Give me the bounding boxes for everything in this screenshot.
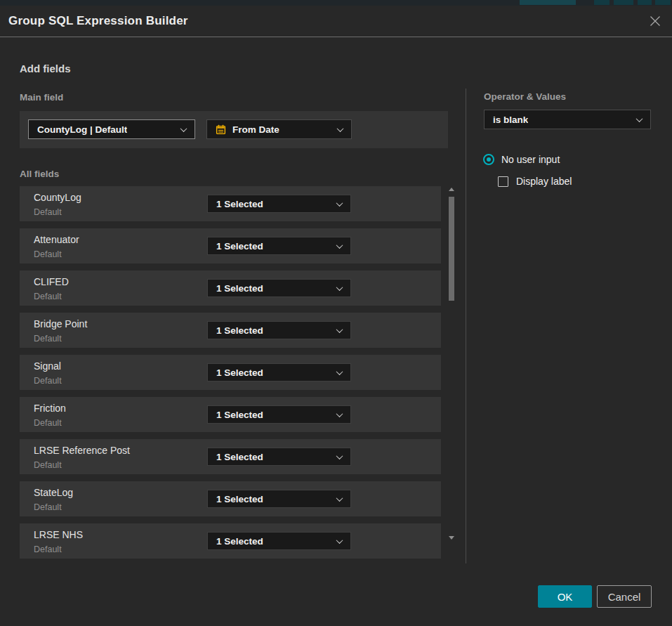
background-fragment bbox=[655, 0, 671, 5]
field-row: CLIFED Default 1 Selected bbox=[20, 270, 441, 306]
dropdown-value: From Date bbox=[232, 124, 279, 135]
scrollbar-down-arrow-icon[interactable] bbox=[449, 536, 454, 540]
ok-button[interactable]: OK bbox=[538, 585, 592, 608]
field-values-dropdown[interactable]: 1 Selected bbox=[207, 532, 351, 550]
dropdown-value: 1 Selected bbox=[216, 452, 263, 462]
field-values-dropdown[interactable]: 1 Selected bbox=[207, 195, 351, 213]
dropdown-value: 1 Selected bbox=[216, 536, 263, 547]
field-row: Friction Default 1 Selected bbox=[20, 397, 441, 432]
chevron-down-icon bbox=[336, 368, 343, 375]
no-user-input-label: No user input bbox=[501, 154, 560, 165]
background-fragment bbox=[614, 0, 633, 5]
chevron-down-icon bbox=[180, 125, 187, 132]
background-fragment bbox=[594, 0, 610, 5]
fields-list-scrollbar[interactable] bbox=[448, 186, 456, 541]
dialog-title: Group SQL Expression Builder bbox=[8, 14, 188, 28]
dropdown-value: 1 Selected bbox=[216, 325, 263, 336]
all-fields-label: All fields bbox=[20, 169, 59, 179]
calendar-date-icon bbox=[216, 124, 226, 135]
dropdown-value: 1 Selected bbox=[216, 367, 263, 378]
chevron-down-icon bbox=[336, 495, 343, 502]
field-values-dropdown[interactable]: 1 Selected bbox=[207, 405, 351, 424]
display-label-label: Display label bbox=[516, 176, 572, 187]
dropdown-value: 1 Selected bbox=[216, 283, 263, 294]
field-values-dropdown[interactable]: 1 Selected bbox=[207, 448, 351, 466]
scrollbar-thumb[interactable] bbox=[449, 197, 454, 301]
main-field-label: Main field bbox=[20, 92, 63, 103]
close-icon bbox=[648, 14, 662, 28]
dialog-titlebar: Group SQL Expression Builder bbox=[0, 6, 672, 37]
field-row: LRSE NHS Default 1 Selected bbox=[20, 523, 441, 559]
field-row: CountyLog Default 1 Selected bbox=[20, 186, 441, 221]
field-values-dropdown[interactable]: 1 Selected bbox=[207, 363, 351, 382]
field-values-dropdown[interactable]: 1 Selected bbox=[207, 490, 351, 508]
display-label-checkbox-row[interactable]: Display label bbox=[498, 176, 572, 187]
radio-button-icon[interactable] bbox=[483, 154, 494, 165]
dropdown-value: 1 Selected bbox=[216, 241, 263, 252]
dropdown-value: 1 Selected bbox=[216, 410, 263, 420]
checkbox-icon[interactable] bbox=[498, 176, 508, 187]
chevron-down-icon bbox=[336, 242, 343, 249]
cancel-button[interactable]: Cancel bbox=[597, 585, 652, 608]
dropdown-value: is blank bbox=[493, 115, 528, 125]
main-field-field-dropdown[interactable]: From Date bbox=[206, 119, 352, 139]
all-fields-list: CountyLog Default 1 Selected Attenuator … bbox=[20, 186, 441, 559]
background-fragment bbox=[638, 0, 652, 5]
operator-dropdown[interactable]: is blank bbox=[484, 110, 651, 129]
field-row: Attenuator Default 1 Selected bbox=[20, 228, 441, 263]
field-values-dropdown[interactable]: 1 Selected bbox=[207, 237, 351, 255]
chevron-down-icon bbox=[336, 452, 343, 459]
dropdown-value: 1 Selected bbox=[216, 494, 263, 504]
main-field-panel: CountyLog | Default From Date bbox=[20, 111, 448, 148]
group-sql-expression-builder-dialog: Group SQL Expression Builder Add fields … bbox=[0, 6, 672, 626]
background-fragment bbox=[520, 0, 576, 5]
chevron-down-icon bbox=[336, 410, 343, 417]
background-app-strip bbox=[0, 0, 672, 6]
dropdown-value: CountyLog | Default bbox=[37, 124, 127, 135]
field-row: StateLog Default 1 Selected bbox=[20, 481, 441, 516]
chevron-down-icon bbox=[636, 115, 643, 122]
main-field-source-dropdown[interactable]: CountyLog | Default bbox=[28, 119, 195, 139]
field-values-dropdown[interactable]: 1 Selected bbox=[207, 279, 351, 297]
scrollbar-up-arrow-icon[interactable] bbox=[449, 188, 454, 191]
chevron-down-icon bbox=[336, 326, 343, 333]
field-row: LRSE Reference Post Default 1 Selected bbox=[20, 439, 441, 474]
add-fields-heading: Add fields bbox=[20, 63, 71, 74]
operator-values-label: Operator & Values bbox=[484, 91, 566, 102]
chevron-down-icon bbox=[337, 125, 344, 132]
close-button[interactable] bbox=[646, 12, 664, 30]
field-row: Bridge Point Default 1 Selected bbox=[20, 313, 441, 348]
field-row: Signal Default 1 Selected bbox=[20, 355, 441, 390]
dropdown-value: 1 Selected bbox=[216, 199, 263, 209]
no-user-input-radio-row[interactable]: No user input bbox=[483, 154, 560, 165]
panel-divider bbox=[466, 89, 466, 563]
chevron-down-icon bbox=[336, 200, 343, 207]
chevron-down-icon bbox=[336, 284, 343, 291]
chevron-down-icon bbox=[336, 537, 343, 544]
field-values-dropdown[interactable]: 1 Selected bbox=[207, 321, 351, 339]
